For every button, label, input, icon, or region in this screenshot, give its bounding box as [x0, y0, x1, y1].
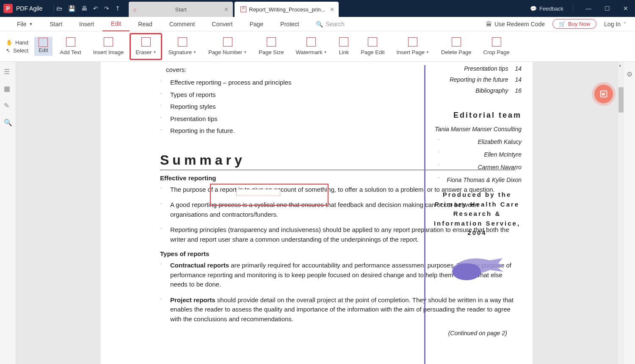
chevron-down-icon: ▼	[243, 50, 247, 54]
close-icon[interactable]: ✕	[330, 6, 334, 13]
menu-page[interactable]: Page	[241, 17, 272, 31]
tool-label: Page Edit	[361, 49, 384, 55]
tool-label: Insert Image	[93, 49, 124, 55]
title-right: 💬 Feedback — ☐ ✕	[530, 5, 632, 12]
scroll-up-icon[interactable]: ▴	[619, 63, 621, 67]
close-button[interactable]: ✕	[620, 5, 632, 12]
toc-label: Reporting in the future	[433, 76, 508, 83]
tool-insert-image[interactable]: Insert Image	[87, 33, 130, 60]
print-icon[interactable]: 🖶	[81, 5, 87, 12]
scroll-thumb[interactable]	[618, 87, 624, 113]
editorial-heading: Editorial team	[433, 111, 522, 120]
tool-label: Signature▼	[168, 49, 196, 55]
tool-label: Insert Page▼	[397, 49, 429, 55]
app-logo: P	[3, 4, 13, 13]
thumbnails-icon[interactable]: ▦	[4, 85, 12, 91]
feedback-label: Feedback	[539, 6, 563, 12]
menu-file[interactable]: File ▼	[8, 17, 41, 31]
toc-label: Presentation tips	[433, 65, 508, 72]
minimize-button[interactable]: —	[583, 5, 594, 12]
tool-page-size[interactable]: Page Size	[253, 33, 290, 60]
right-panel-strip: ⚙	[624, 62, 635, 364]
buy-now-label: Buy Now	[568, 21, 590, 27]
delete-page-icon	[452, 37, 461, 47]
link-icon	[339, 37, 348, 47]
tool-page-edit[interactable]: Page Edit	[355, 33, 390, 60]
editor-item: Carmen Navarro	[433, 164, 522, 171]
tool-insert-page[interactable]: Insert Page▼	[391, 33, 435, 60]
eraser-icon	[141, 37, 151, 47]
redeem-code-button[interactable]: 🏛 Use Redeem Code	[486, 21, 545, 28]
redeem-label: Use Redeem Code	[494, 21, 545, 28]
redeem-icon: 🏛	[486, 21, 492, 28]
crop-page-icon	[492, 37, 501, 47]
tool-label: Edit	[39, 47, 48, 53]
vertical-scrollbar[interactable]: ▴	[617, 62, 624, 364]
settings-toggle-icon[interactable]: ⚙	[627, 70, 632, 364]
menu-edit[interactable]: Edit	[102, 17, 130, 31]
signature-icon	[178, 37, 187, 47]
hand-label: Hand	[15, 39, 28, 46]
open-icon[interactable]: 🗁	[56, 5, 62, 12]
tool-eraser[interactable]: Eraser▼	[130, 33, 162, 60]
tool-delete-page[interactable]: Delete Page	[435, 33, 478, 60]
tab-document-label: Report_Writing_Process_prin...	[249, 6, 325, 13]
eraser-erased-area	[236, 189, 280, 196]
org-logo	[433, 245, 522, 288]
select-tool[interactable]: ↖ Select	[6, 47, 28, 54]
search-panel-icon[interactable]: 🔍	[4, 119, 12, 125]
menu-comment[interactable]: Comment	[161, 17, 204, 31]
tab-document[interactable]: Report_Writing_Process_prin... ✕	[235, 2, 339, 17]
continued-text: (Continued on page 2)	[160, 330, 516, 336]
tab-start[interactable]: ⌂ Start ✕	[129, 2, 233, 17]
ribbon-toolbar: ✋ Hand ↖ Select EditAdd TextInsert Image…	[0, 31, 635, 62]
tool-label: Add Text	[60, 49, 81, 55]
tool-label: Delete Page	[441, 49, 472, 55]
tool-crop-page[interactable]: Crop Page	[478, 33, 516, 60]
redo-icon[interactable]: ↷	[104, 5, 109, 12]
page-size-icon	[267, 37, 276, 47]
watermark-icon	[306, 37, 316, 47]
login-button[interactable]: Log In ⌃	[604, 21, 627, 28]
tool-label: Watermark▼	[295, 49, 327, 55]
menu-read[interactable]: Read	[130, 17, 160, 31]
tool-watermark[interactable]: Watermark▼	[290, 33, 333, 60]
convert-to-word-badge[interactable]	[594, 85, 613, 103]
toc-row: Reporting in the future14	[433, 76, 522, 83]
feedback-button[interactable]: 💬 Feedback	[530, 6, 563, 12]
tab-start-label: Start	[175, 6, 187, 13]
tool-edit[interactable]: Edit	[33, 33, 54, 60]
feedback-icon: 💬	[530, 6, 537, 12]
maximize-button[interactable]: ☐	[601, 5, 613, 12]
hand-icon: ✋	[6, 39, 13, 46]
menu-start[interactable]: Start	[41, 17, 71, 31]
outline-icon[interactable]: ☰	[4, 68, 12, 74]
menu-convert[interactable]: Convert	[203, 17, 241, 31]
vertical-divider	[424, 65, 425, 364]
edit-icon	[39, 38, 48, 47]
tool-label: Link	[339, 49, 349, 55]
undo-icon[interactable]: ↶	[93, 5, 98, 12]
buy-now-button[interactable]: 🛒 Buy Now	[552, 19, 596, 29]
tool-signature[interactable]: Signature▼	[162, 33, 202, 60]
tool-edit[interactable]: Edit	[34, 37, 52, 56]
menu-protect[interactable]: Protect	[272, 17, 307, 31]
add-text-icon	[66, 37, 75, 47]
save-icon[interactable]: 💾	[68, 5, 75, 12]
annotations-icon[interactable]: ✎	[4, 102, 12, 108]
editor-item: Elizabeth Kalucy	[433, 138, 522, 145]
toc-label: Bibliography	[433, 87, 508, 94]
hand-tool[interactable]: ✋ Hand	[6, 39, 28, 46]
menu-insert[interactable]: Insert	[71, 17, 102, 31]
upload-icon[interactable]: ⤒	[115, 5, 120, 12]
chevron-down-icon: ▼	[29, 22, 33, 26]
document-viewport[interactable]: covers: Effective reporting – process an…	[16, 62, 617, 364]
tool-link[interactable]: Link	[333, 33, 355, 60]
close-icon[interactable]: ✕	[224, 6, 229, 13]
tool-page-number[interactable]: Page Number▼	[202, 33, 253, 60]
menu-search[interactable]: 🔍 Search	[316, 21, 344, 28]
home-icon: ⌂	[133, 6, 136, 13]
tool-add-text[interactable]: Add Text	[54, 33, 87, 60]
separator	[573, 5, 573, 12]
pdf-file-icon	[240, 6, 246, 12]
